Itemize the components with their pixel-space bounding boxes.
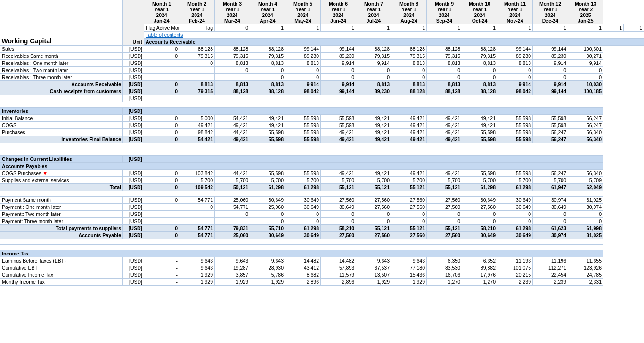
spacer-1 [0, 102, 644, 108]
flag-m3: 1 [285, 24, 321, 32]
purchases-row: Purchases [USD] 0 98,842 44,421 55,598 5… [0, 129, 644, 136]
header-row: Working Capital Unit Month 1Year 12024Ja… [0, 0, 644, 24]
month1-header: Month 1Year 12024Jan-24 [144, 0, 179, 24]
payment-one-month-row: Payment : One month later [USD] 0 54,771… [0, 204, 644, 211]
spacer-4 [0, 191, 644, 197]
income-tax-section-header: Income Tax [0, 250, 644, 257]
inventories-label: Inventories [0, 108, 123, 115]
spacer-5 [0, 239, 644, 245]
month5-header: Month 5Year 12024May-24 [285, 0, 321, 24]
payment-same-month-row: Payment Same month [USD] 0 54,771 25,060… [0, 197, 644, 204]
cumulative-ebt-row: Cumulative EBT [USD] - 9,643 19,287 28,9… [0, 264, 644, 271]
payment-three-month-row: Payment: Three month later [USD] 0 0 0 0… [0, 218, 644, 225]
cash-receipts-row: Cash receipts from customers [USD] 0 79,… [0, 88, 644, 95]
changes-liabilities-label: Changes in Current Liabilities [0, 156, 123, 163]
toc-link[interactable]: Table of contents [144, 32, 644, 39]
receivables-one-month-row: Receivables : One month later [USD] 0 8,… [0, 60, 644, 67]
flag-unit: Flag [179, 24, 215, 32]
flag-m6: 1 [391, 24, 427, 32]
month6-header: Month 6Year 12024Jun-24 [321, 0, 356, 24]
ebt-row: Earnings Before Taxes (EBT) [USD] - 9,64… [0, 257, 644, 264]
ar-section-label: Accounts Receivable [144, 39, 644, 46]
flag-m9: 1 [497, 24, 533, 32]
spacer-6 [0, 245, 644, 250]
month9-header: Month 9Year 12024Sep-24 [427, 0, 462, 24]
flag-m4: 1 [321, 24, 356, 32]
receivables-three-month-row: Receivables : Three month later [USD] 0 … [0, 74, 644, 81]
flag-m10: 1 [533, 24, 568, 32]
ap-section-label: Accounts Payables [0, 163, 603, 170]
monthly-income-tax-row: Monthy Income Tax [USD] - 1,929 1,929 1,… [0, 279, 644, 286]
month7-header: Month 7Year 12024Jul-24 [356, 0, 391, 24]
receivables-two-month-row: Receivables : Two month later [USD] 0 0 … [0, 67, 644, 74]
supplies-external-row: Supplies and external services [USD] 0 5… [0, 177, 644, 184]
flag-m2: 1 [250, 24, 285, 32]
spacer-3 [0, 150, 644, 156]
month2-header: Month 2Year 12024Feb-24 [179, 0, 215, 24]
flag-m1: 0 [215, 24, 250, 32]
month12-header: Month 12Year 12024Dec-24 [533, 0, 568, 24]
accounts-payable-total-row: Accounts Payable [USD] 0 54,771 25,060 3… [0, 232, 644, 239]
sales-row: Sales [USD] 0 88,128 88,128 88,128 99,14… [0, 46, 644, 53]
flag-m8: 1 [462, 24, 497, 32]
initial-balance-row: Initial Balance [USD] 0 5,000 54,421 49,… [0, 115, 644, 122]
cogs-row: COGS [USD] 0 49,421 49,421 49,421 55,598… [0, 122, 644, 129]
cash-receipts-unit-row: [USD] [0, 95, 644, 102]
unit-header: Unit [123, 0, 144, 46]
flag-m5: 1 [356, 24, 391, 32]
flag-m11: 1 [568, 24, 603, 32]
income-tax-label: Income Tax [0, 250, 603, 257]
month13-header: Month 13Year 22025Jan-25 [568, 0, 603, 24]
inv-final-balance-row: Inventories Final Balance [USD] 0 54,421… [0, 136, 644, 143]
ap-total-row: Total [USD] 0 109,542 50,121 61,298 61,2… [0, 184, 644, 191]
spreadsheet-container: Working Capital Unit Month 1Year 12024Ja… [0, 0, 644, 343]
flag-m7: 1 [427, 24, 462, 32]
inventories-section-header: Inventories [USD] [0, 108, 644, 115]
sales-label: Sales [0, 46, 123, 53]
cumulative-income-tax-row: Cumulative Income Tax [USD] - 1,929 3,85… [0, 271, 644, 279]
cogs-purchases-row: COGS Purchases ▼ [USD] 0 103,842 44,421 … [0, 170, 644, 177]
month11-header: Month 11Year 12024Nov-24 [497, 0, 533, 24]
month10-header: Month 10Year 12024Oct-24 [462, 0, 497, 24]
spacer-2: - [0, 143, 644, 150]
month3-header: Month 3Year 12024Mar-24 [215, 0, 250, 24]
changes-liabilities-header: Changes in Current Liabilities [USD] [0, 156, 644, 163]
page-title: Working Capital [0, 0, 123, 46]
total-payments-row: Total payments to suppliers [USD] 0 54,7… [0, 225, 644, 232]
month4-header: Month 4Year 12024Apr-24 [250, 0, 285, 24]
flag-label: Flag Active Month [144, 24, 179, 32]
receivables-same-month-row: Receivables Same month [USD] 0 79,315 79… [0, 53, 644, 60]
ar-total-row: Accounts Receivable [USD] 0 8,813 8,813 … [0, 81, 644, 88]
flag-m13: 1 [624, 24, 644, 32]
month8-header: Month 8Year 12024Aug-24 [391, 0, 427, 24]
payment-two-month-row: Payment:: Two month later [USD] 0 0 0 0 … [0, 211, 644, 218]
sales-unit: [USD] [123, 46, 144, 53]
ap-section-header: Accounts Payables [0, 163, 644, 170]
flag-m12: 1 [603, 24, 624, 32]
